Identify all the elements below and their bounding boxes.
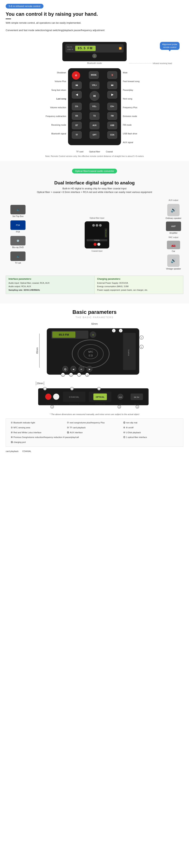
coa-button[interactable]: COA <box>107 131 117 139</box>
feature-charging: ⑭ charging port <box>11 440 66 444</box>
feature-nextsong-text: next song/volume plus/frequency Plus <box>70 421 105 425</box>
remote-row-6: BT AUX USB <box>72 122 117 129</box>
svg-text:◀: ◀ <box>73 368 74 370</box>
chminus-button[interactable]: CH- <box>72 103 82 110</box>
vintage-speaker: 🔊 Vintage speaker <box>166 254 181 270</box>
feature-charging-text: charging port <box>13 440 26 444</box>
ordinary-speaker-label: Ordinary speaker <box>165 217 182 219</box>
remote-row-7: TF OPT COA <box>72 131 117 139</box>
volup-button[interactable]: VOL+ <box>89 82 100 89</box>
footer-note: * The above dimensions are measured manu… <box>6 413 183 415</box>
mute-button[interactable]: 🔇 <box>107 71 117 79</box>
features-section: ① Bluetooth indicator light ⑦ next song/… <box>6 418 183 447</box>
remote-row-1: ⏻ MODE 🔇 <box>72 71 117 80</box>
svg-text:((·)): ((·)) <box>89 354 93 357</box>
svg-text:85.5 FM: 85.5 FM <box>59 333 69 336</box>
coaxial-label: COAXIAL <box>22 450 31 453</box>
basic-params-subtitle: THE BASIC PARAMETERS <box>6 316 183 319</box>
svg-text:4: 4 <box>141 346 142 348</box>
label-nextsong: Next song <box>123 94 132 103</box>
label-emission: Emission mode <box>123 112 137 121</box>
remote-body: ⏻ MODE 🔇 ⏮ VOL+ ⏭ ◀ ⏯ ▶ CH- VOL- CH+ <box>68 68 121 145</box>
tv-label: TV set <box>15 262 21 264</box>
prev-button[interactable]: ⏮ <box>72 82 82 89</box>
feature-tf-text: TF card playback <box>70 426 85 430</box>
opt-button[interactable]: OPT <box>89 131 100 139</box>
rx-button[interactable]: RX <box>72 112 82 120</box>
svg-text:13: 13 <box>118 406 120 408</box>
infrared-label: Infrared receiving head <box>153 62 172 64</box>
svg-text:7: 7 <box>79 374 80 376</box>
interface-params-item2: Audio output: RCA, AUX <box>8 285 92 288</box>
voldown-button[interactable]: VOL- <box>89 103 100 110</box>
remote-bottom-labels: TF card Optical fiber Coaxial <box>6 151 183 153</box>
svg-text:DC 5V: DC 5V <box>134 403 140 405</box>
tv-device: 📺 TV set <box>7 251 28 264</box>
left-devices: 📺 Set Top Box PS4 PS4 💿 Blu-ray DVD 📺 TV… <box>7 205 28 264</box>
next-button[interactable]: ⏭ <box>107 82 117 89</box>
features-grid: ① Bluetooth indicator light ⑦ next song/… <box>9 421 180 444</box>
label-opticalfiber: Optical fiber <box>89 151 100 153</box>
tf-button[interactable]: TF <box>72 131 82 139</box>
svg-text:9: 9 <box>44 388 45 390</box>
mode-button[interactable]: MODE <box>89 71 99 79</box>
svg-point-38 <box>45 394 51 400</box>
charging-params: Charging parameters: External Power Supp… <box>95 276 183 294</box>
label-auxsignal: AUX signal <box>123 138 133 147</box>
feature-bt-indicator: ① Bluetooth indicator light <box>11 421 66 425</box>
card-playback-label: card playback <box>6 450 18 453</box>
width-dimension: 92mm <box>36 322 153 325</box>
svg-text:2: 2 <box>120 330 121 332</box>
remote-distance-badge: 5-8 m infrared remote control <box>6 4 43 8</box>
chplus-button[interactable]: CH+ <box>107 103 117 110</box>
section1-desc1: With simple remote control, all operatio… <box>6 21 183 25</box>
svg-point-39 <box>53 394 59 400</box>
right-button[interactable]: ▶ <box>107 91 117 98</box>
remote-row-4: CH- VOL- CH+ <box>72 103 117 110</box>
car-label: Car <box>172 250 175 252</box>
params-grid: Interface parameters: Audio input: Optic… <box>6 276 183 294</box>
fm-button[interactable]: FM <box>107 112 117 120</box>
bt-button[interactable]: BT <box>72 122 82 129</box>
remote-control-layout: Shutdown Volume Plus Song fast return La… <box>6 68 183 147</box>
svg-text:NFC: NFC <box>88 350 93 353</box>
svg-text:AUX: AUX <box>119 396 122 398</box>
section1-desc2: Convenient and fast mode selection/signa… <box>6 28 183 32</box>
aux-button[interactable]: AUX <box>89 122 100 129</box>
remote-left-labels: Shutdown Volume Plus Song fast return La… <box>38 68 68 138</box>
feature-rca-text: Red and White Lotus interface <box>13 431 41 435</box>
ps4-label: PS4 <box>16 230 20 233</box>
svg-text:3: 3 <box>141 337 142 339</box>
label-btsignal: Bluetooth signal <box>51 129 66 138</box>
set-top-box-label: Set Top Box <box>12 215 24 217</box>
feature-nonslip-text: non-slip mat <box>126 421 138 425</box>
label-shutdown: Shutdown <box>57 68 66 77</box>
svg-text:OPTICAL: OPTICAL <box>96 396 105 398</box>
optical-badge: Optical fiber/coaxial audio converter <box>72 169 117 174</box>
label-volplus: Volume Plus <box>54 77 66 86</box>
remote-row-5: RX TX FM <box>72 112 117 120</box>
bluray-device: 💿 Blu-ray DVD <box>7 236 28 248</box>
center-device: Optical fiber input OPTICAL COAXIAL <box>85 217 109 252</box>
remote-row-2: ⏮ VOL+ ⏭ <box>72 82 117 89</box>
basic-params-title: Basic parameters <box>6 309 183 315</box>
interface-params-item1: Audio input: Optical fiber, coaxial, RCA… <box>8 281 92 285</box>
left-button[interactable]: ◀ <box>72 91 82 98</box>
play-button[interactable]: ⏯ <box>89 91 100 101</box>
vintage-speaker-label: Vintage speaker <box>166 268 181 270</box>
section-basic: Basic parameters THE BASIC PARAMETERS 92… <box>0 303 189 456</box>
feature-prevsong: ⑩ Previous Song/volume reduction/frequen… <box>11 435 122 439</box>
rac-output-label: RAC output <box>168 236 179 239</box>
charging-params-title: Charging parameters: <box>97 278 181 280</box>
tx-button[interactable]: TX <box>89 112 100 120</box>
amplifier-device: AMP Amplifier <box>166 221 181 234</box>
section-remote: 5-8 m infrared remote control You can co… <box>0 0 189 161</box>
feature-onoff: ⑧ ⑧ on/off <box>123 426 178 430</box>
usb-button[interactable]: USB <box>107 122 117 129</box>
feature-aux13-text: AUX interface <box>70 431 83 435</box>
feature-aux13: ⑬ AUX interface <box>67 431 122 435</box>
svg-text:⌾: ⌾ <box>92 333 94 336</box>
power-button[interactable]: ⏻ <box>72 71 80 80</box>
title-dash <box>6 19 11 19</box>
product-top-svg: 85.5 FM ⌾ NFC ((·)) ⏻ ◀ ⏯ <box>42 326 153 377</box>
